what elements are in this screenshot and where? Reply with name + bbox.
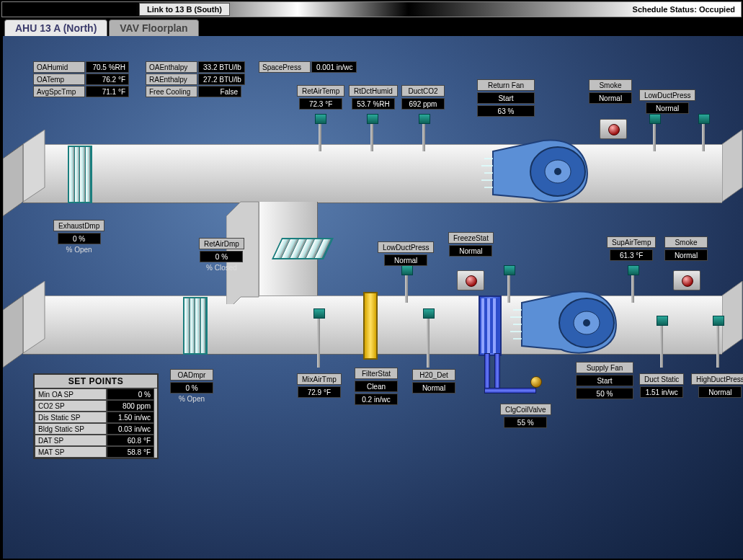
label: Free Cooling bbox=[146, 86, 197, 97]
label: RAEnthalpy bbox=[146, 74, 197, 85]
probe-icon bbox=[660, 324, 663, 368]
title: Supply Fan bbox=[576, 362, 633, 373]
label: AvgSpcTmp bbox=[33, 86, 85, 97]
exhaust-dmp: ExhaustDmp 0 % % Open bbox=[53, 220, 104, 254]
coil-pipe-icon bbox=[484, 388, 536, 394]
svg-marker-2 bbox=[722, 130, 742, 202]
value: 0 % bbox=[58, 233, 101, 244]
clg-coil-valve: ClgCoilValve 55 % bbox=[500, 404, 551, 428]
state: Start bbox=[477, 92, 535, 104]
label: Duct Static bbox=[639, 373, 684, 385]
value: Normal bbox=[412, 382, 455, 394]
label: MAT SP bbox=[35, 446, 107, 458]
value: 27.2 BTU/lb bbox=[198, 74, 245, 85]
link-button[interactable]: Link to 13 B (South) bbox=[139, 3, 230, 16]
ret-air-dmp: RetAirDmp 0 % % Closed bbox=[199, 238, 244, 272]
value: 53.7 %RH bbox=[352, 98, 395, 110]
tab-floorplan[interactable]: VAV Floorplan bbox=[109, 19, 198, 36]
label: FreezeStat bbox=[448, 232, 494, 244]
setpoints-panel: SET POINTS Min OA SP0 %CO2 SP800 ppmDis … bbox=[33, 373, 159, 459]
value: Normal bbox=[589, 92, 632, 104]
probe-icon bbox=[317, 317, 320, 368]
probe-icon bbox=[653, 123, 656, 151]
duct-static: Duct Static 1.51 in/wc bbox=[639, 373, 684, 398]
label: Smoke bbox=[664, 236, 708, 248]
coil-pipe-icon bbox=[494, 353, 500, 391]
value: Normal bbox=[384, 254, 427, 266]
duct-return bbox=[23, 144, 722, 203]
value: 1.51 in/wc bbox=[640, 386, 683, 398]
return-air-damper-icon bbox=[272, 238, 334, 259]
label: OADmpr bbox=[170, 369, 213, 381]
duct-cap-icon bbox=[722, 281, 743, 368]
label: LowDuctPress bbox=[639, 89, 695, 101]
value: 33.2 BTU/lb bbox=[198, 61, 245, 73]
h2o-det: H20_Det Normal bbox=[412, 369, 455, 394]
label: FilterStat bbox=[355, 368, 398, 379]
exhaust-damper-icon bbox=[68, 146, 92, 203]
smoke-supply: Smoke Normal bbox=[664, 236, 708, 261]
cooling-coil-icon bbox=[479, 295, 502, 356]
smoke-detector-icon bbox=[600, 119, 627, 139]
label: RtDctHumid bbox=[349, 85, 398, 97]
value: Clean bbox=[355, 381, 398, 392]
label: ClgCoilValve bbox=[500, 404, 551, 415]
label: SpacePress bbox=[259, 61, 311, 73]
label: Min OA SP bbox=[35, 388, 107, 400]
header-bar: Link to 13 B (South) Schedule Status: Oc… bbox=[1, 1, 742, 17]
value: False bbox=[198, 86, 241, 97]
label: OAEnthalpy bbox=[146, 61, 197, 73]
sublabel: % Open bbox=[66, 246, 92, 254]
probe-icon bbox=[702, 123, 705, 151]
probe-icon bbox=[370, 123, 373, 151]
label: Bldg Static SP bbox=[35, 423, 107, 435]
outside-air-damper-icon bbox=[183, 297, 208, 355]
setpoint-row: CO2 SP800 ppm bbox=[35, 400, 157, 412]
schedule-status: Schedule Status: Occupied bbox=[633, 3, 735, 16]
tab-ahu[interactable]: AHU 13 A (North) bbox=[4, 19, 107, 36]
label: H20_Det bbox=[412, 369, 455, 381]
value: 55 % bbox=[504, 417, 547, 428]
probe-icon bbox=[507, 274, 510, 303]
row-oahumid: OAHumid 70.5 %RH bbox=[33, 61, 129, 73]
row-raenth: RAEnthalpy 27.2 BTU/lb bbox=[146, 74, 245, 85]
sup-air-temp: SupAirTemp 61.3 °F bbox=[607, 236, 656, 261]
duct-cap-icon bbox=[722, 130, 743, 216]
value: 0.001 in/wc bbox=[311, 61, 357, 73]
probe-icon bbox=[319, 123, 321, 151]
setpoint-row: DAT SP60.8 °F bbox=[35, 435, 157, 446]
setpoint-row: Dis Static SP1.50 in/wc bbox=[35, 412, 157, 423]
ret-dct-humid: RtDctHumid 53.7 %RH bbox=[349, 85, 398, 110]
value: 58.8 °F bbox=[107, 446, 154, 458]
svg-marker-1 bbox=[3, 144, 23, 216]
low-duct-press-supply: LowDuctPress Normal bbox=[378, 241, 434, 266]
row-oaenth: OAEnthalpy 33.2 BTU/lb bbox=[146, 61, 245, 73]
value: Normal bbox=[646, 102, 689, 114]
control-valve-icon bbox=[530, 376, 542, 388]
coil-pipe-icon bbox=[484, 353, 490, 391]
tab-strip: AHU 13 A (North) VAV Floorplan bbox=[4, 19, 199, 36]
probe-icon bbox=[631, 274, 634, 303]
high-duct-press: HighDuctPress Normal bbox=[691, 373, 743, 398]
label: OATemp bbox=[33, 74, 85, 85]
label: MixAirTmp bbox=[297, 373, 342, 385]
value: 70.5 %RH bbox=[86, 61, 129, 73]
return-fan-icon bbox=[479, 130, 594, 209]
value: 72.9 °F bbox=[298, 386, 341, 398]
pct: 63 % bbox=[477, 105, 535, 117]
low-duct-press-return: LowDuctPress Normal bbox=[639, 89, 695, 114]
label: Dis Static SP bbox=[35, 412, 107, 423]
value: Normal bbox=[698, 386, 742, 398]
svg-point-10 bbox=[554, 168, 561, 175]
ret-air-temp: RetAirTemp 72.3 °F bbox=[297, 85, 344, 110]
probe-icon bbox=[422, 123, 425, 151]
label: DuctCO2 bbox=[401, 85, 445, 97]
value: 0.03 in/wc bbox=[107, 423, 154, 435]
setpoint-row: Min OA SP0 % bbox=[35, 388, 157, 400]
duct-cap-icon bbox=[3, 130, 46, 216]
row-avgspctmp: AvgSpcTmp 71.1 °F bbox=[33, 86, 129, 97]
value: 76.2 °F bbox=[86, 74, 129, 85]
setpoints-title: SET POINTS bbox=[35, 375, 157, 388]
supply-fan-icon bbox=[507, 281, 623, 360]
oa-readouts: OAHumid 70.5 %RH OATemp 76.2 °F AvgSpcTm… bbox=[33, 61, 129, 97]
